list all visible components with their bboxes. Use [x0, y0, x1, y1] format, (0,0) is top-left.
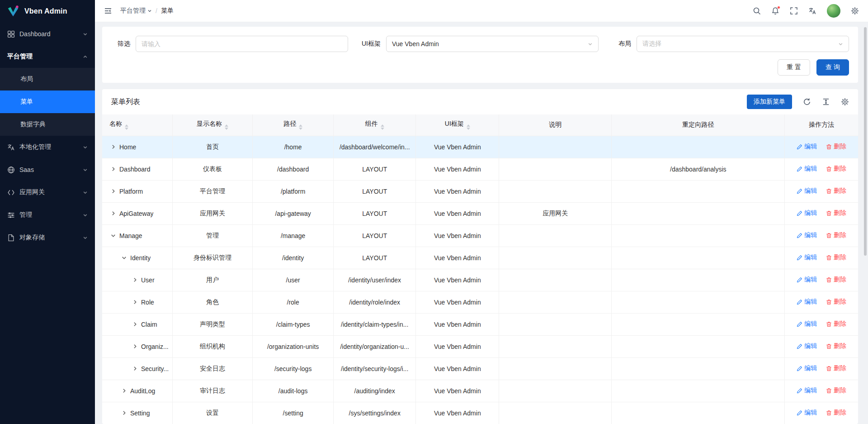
sidebar-item-gateway[interactable]: 应用网关: [0, 181, 95, 204]
tree-expand-icon[interactable]: [132, 366, 138, 372]
tree-expand-icon[interactable]: [110, 233, 116, 238]
delete-button[interactable]: 删除: [826, 253, 846, 262]
sort-carets-icon[interactable]: [381, 124, 384, 130]
table-row[interactable]: Claim 声明类型 /claim-types /identity/claim-…: [102, 313, 858, 335]
delete-button[interactable]: 删除: [826, 276, 846, 284]
tree-expand-icon[interactable]: [132, 277, 138, 283]
sidebar-item-data-dictionary[interactable]: 数据字典: [0, 113, 95, 136]
edit-button[interactable]: 编辑: [797, 231, 817, 239]
delete-button[interactable]: 删除: [826, 342, 846, 350]
app-root: Vben Admin Dashboard 平台管理: [0, 0, 868, 424]
tree-expand-icon[interactable]: [110, 188, 116, 194]
table-row[interactable]: User 用户 /user /identity/user/index Vue V…: [102, 269, 858, 291]
sort-carets-icon[interactable]: [225, 124, 228, 130]
tree-expand-icon[interactable]: [110, 144, 116, 150]
table-row[interactable]: Home 首页 /home /dashboard/welcome/in... V…: [102, 136, 858, 158]
tree-expand-icon[interactable]: [132, 321, 138, 327]
table-row[interactable]: Dashboard 仪表板 /dashboard LAYOUT Vue Vben…: [102, 158, 858, 180]
cell-name: Home: [102, 136, 172, 158]
column-header-4[interactable]: UI框架: [416, 114, 499, 136]
caret-up-icon: [467, 124, 470, 127]
refresh-icon[interactable]: [803, 98, 811, 106]
table-row[interactable]: Manage 管理 /manage LAYOUT Vue Vben Admin …: [102, 224, 858, 247]
table-settings-icon[interactable]: [841, 98, 849, 106]
table-row[interactable]: AuditLog 审计日志 /audit-logs /auditing/inde…: [102, 380, 858, 402]
row-height-icon[interactable]: [822, 98, 830, 106]
delete-button[interactable]: 删除: [826, 409, 846, 417]
edit-button[interactable]: 编辑: [797, 298, 817, 306]
delete-button[interactable]: 删除: [826, 209, 846, 217]
bell-icon[interactable]: [771, 7, 779, 15]
framework-select[interactable]: Vue Vben Admin: [386, 36, 599, 52]
edit-button[interactable]: 编辑: [797, 187, 817, 195]
select-value: Vue Vben Admin: [392, 40, 584, 48]
sidebar-item-dashboard[interactable]: Dashboard: [0, 23, 95, 45]
sidebar-item-object-storage[interactable]: 对象存储: [0, 226, 95, 249]
layout-select[interactable]: 请选择: [637, 36, 849, 52]
reset-button[interactable]: 重 置: [778, 59, 810, 76]
scrollbar[interactable]: [864, 27, 867, 256]
column-label: 组件: [365, 120, 378, 127]
sort-carets-icon[interactable]: [299, 124, 302, 130]
cell-path: /claim-types: [253, 313, 334, 335]
table-row[interactable]: Organiz... 组织机构 /organization-units /ide…: [102, 335, 858, 357]
sidebar-item-menu[interactable]: 菜单: [0, 91, 95, 113]
table-row[interactable]: Role 角色 /role /identity/role/index Vue V…: [102, 291, 858, 313]
column-header-3[interactable]: 组件: [334, 114, 416, 136]
cell-actions: 编辑 删除: [785, 269, 858, 291]
search-icon[interactable]: [753, 7, 761, 15]
chevron-up-icon: [83, 54, 88, 59]
filter-keyword-input[interactable]: [136, 36, 348, 52]
breadcrumb-parent[interactable]: 平台管理: [120, 7, 152, 15]
tree-expand-icon[interactable]: [121, 410, 127, 416]
app-logo[interactable]: Vben Admin: [0, 0, 95, 23]
sidebar-item-platform[interactable]: 平台管理: [0, 45, 95, 68]
table-row[interactable]: Setting 设置 /setting /sys/settings/index …: [102, 402, 858, 424]
edit-button[interactable]: 编辑: [797, 209, 817, 217]
menu-fold-icon[interactable]: [104, 7, 112, 15]
column-header-2[interactable]: 路径: [253, 114, 334, 136]
add-menu-button[interactable]: 添加新菜单: [747, 95, 792, 109]
sidebar-item-manage[interactable]: 管理: [0, 204, 95, 226]
column-header-0[interactable]: 名称: [102, 114, 172, 136]
edit-button[interactable]: 编辑: [797, 320, 817, 328]
table-row[interactable]: Security... 安全日志 /security-logs /identit…: [102, 357, 858, 380]
tree-expand-icon[interactable]: [132, 299, 138, 305]
table-row[interactable]: ApiGateway 应用网关 /api-gateway LAYOUT Vue …: [102, 202, 858, 224]
settings-icon[interactable]: [851, 7, 859, 15]
table-row[interactable]: Identity 身份标识管理 /identity LAYOUT Vue Vbe…: [102, 247, 858, 269]
edit-button[interactable]: 编辑: [797, 165, 817, 173]
delete-button[interactable]: 删除: [826, 143, 846, 151]
edit-button[interactable]: 编辑: [797, 364, 817, 372]
sidebar-item-saas[interactable]: Saas: [0, 158, 95, 181]
edit-button[interactable]: 编辑: [797, 253, 817, 262]
delete-button[interactable]: 删除: [826, 298, 846, 306]
sort-carets-icon[interactable]: [125, 124, 128, 130]
delete-button[interactable]: 删除: [826, 165, 846, 173]
tree-expand-icon[interactable]: [110, 210, 116, 216]
delete-button[interactable]: 删除: [826, 187, 846, 195]
translate-icon[interactable]: [808, 7, 816, 15]
sort-carets-icon[interactable]: [467, 124, 470, 130]
fullscreen-icon[interactable]: [790, 7, 798, 15]
delete-button[interactable]: 删除: [826, 231, 846, 239]
delete-button[interactable]: 删除: [826, 386, 846, 395]
tree-expand-icon[interactable]: [121, 388, 127, 394]
sidebar-item-layout[interactable]: 布局: [0, 68, 95, 91]
edit-button[interactable]: 编辑: [797, 386, 817, 395]
edit-button[interactable]: 编辑: [797, 143, 817, 151]
tree-expand-icon[interactable]: [132, 343, 138, 349]
delete-button[interactable]: 删除: [826, 364, 846, 372]
edit-button[interactable]: 编辑: [797, 342, 817, 350]
cell-component: /identity/organization-u...: [334, 335, 416, 357]
tree-expand-icon[interactable]: [110, 166, 116, 172]
search-button[interactable]: 查 询: [816, 59, 849, 76]
sidebar-item-localization[interactable]: 本地化管理: [0, 136, 95, 158]
table-row[interactable]: Platform 平台管理 /platform LAYOUT Vue Vben …: [102, 180, 858, 202]
avatar[interactable]: [827, 4, 840, 18]
edit-button[interactable]: 编辑: [797, 409, 817, 417]
column-header-1[interactable]: 显示名称: [172, 114, 252, 136]
edit-button[interactable]: 编辑: [797, 276, 817, 284]
tree-expand-icon[interactable]: [121, 255, 127, 261]
delete-button[interactable]: 删除: [826, 320, 846, 328]
